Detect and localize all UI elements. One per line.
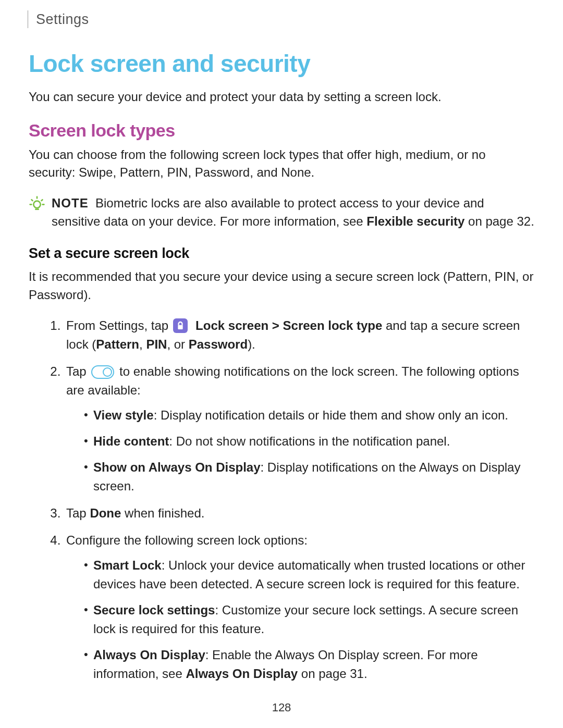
manual-page: Settings Lock screen and security You ca… bbox=[0, 0, 563, 728]
s4o3link: Always On Display bbox=[186, 667, 298, 681]
breadcrumb: Settings bbox=[36, 11, 534, 28]
o3b: Show on Always On Display bbox=[93, 460, 261, 474]
section-heading: Screen lock types bbox=[29, 120, 534, 141]
o1t: : Display notification details or hide t… bbox=[154, 408, 508, 422]
page-number: 128 bbox=[29, 701, 534, 714]
step2-a: Tap bbox=[66, 364, 90, 378]
step1-b: Lock screen bbox=[195, 318, 268, 332]
intro-text: You can secure your device and protect y… bbox=[29, 88, 534, 106]
note-body-b: on page 32. bbox=[464, 214, 534, 228]
lock-icon bbox=[173, 318, 188, 333]
s4o3tb: on page 31. bbox=[298, 667, 367, 681]
step1-d: Screen lock type bbox=[283, 318, 383, 332]
note-block: NOTE Biometric locks are also available … bbox=[29, 194, 534, 231]
step-3: Tap Done when finished. bbox=[64, 504, 534, 523]
step-2: Tap to enable showing notifications on t… bbox=[64, 362, 534, 496]
step1-f: Pattern bbox=[96, 337, 139, 351]
svg-line-2 bbox=[32, 200, 33, 201]
page-title: Lock screen and security bbox=[29, 50, 534, 78]
step1-a: From Settings, tap bbox=[66, 318, 172, 332]
s4o2b: Secure lock settings bbox=[93, 603, 215, 617]
note-label: NOTE bbox=[52, 196, 89, 210]
o1b: View style bbox=[93, 408, 154, 422]
note-text: NOTE Biometric locks are also available … bbox=[52, 194, 534, 231]
step4-options: Smart Lock: Unlock your device automatic… bbox=[66, 556, 534, 683]
o2t: : Do not show notifications in the notif… bbox=[169, 434, 450, 448]
s3c: when finished. bbox=[121, 506, 204, 520]
opt-secure-lock-settings: Secure lock settings: Customize your sec… bbox=[84, 601, 534, 638]
step1-i: , or bbox=[167, 337, 188, 351]
secure-intro: It is recommended that you secure your d… bbox=[29, 268, 534, 304]
opt-always-on-display: Always On Display: Enable the Always On … bbox=[84, 646, 534, 683]
o2b: Hide content bbox=[93, 434, 169, 448]
step1-j: Password bbox=[189, 337, 248, 351]
step2-b: to enable showing notifications on the l… bbox=[66, 364, 519, 397]
step1-h: PIN bbox=[146, 337, 167, 351]
tip-icon bbox=[29, 194, 52, 214]
step-1: From Settings, tap Lock screen > Screen … bbox=[64, 316, 534, 354]
step1-g: , bbox=[139, 337, 146, 351]
svg-point-0 bbox=[33, 201, 40, 208]
svg-rect-7 bbox=[178, 325, 182, 329]
step-4: Configure the following screen lock opti… bbox=[64, 531, 534, 683]
steps-list: From Settings, tap Lock screen > Screen … bbox=[29, 316, 534, 683]
opt-show-aod: Show on Always On Display: Display notif… bbox=[84, 458, 534, 496]
opt-smart-lock: Smart Lock: Unlock your device automatic… bbox=[84, 556, 534, 594]
subsection-heading: Set a secure screen lock bbox=[29, 245, 534, 262]
lock-types-description: You can choose from the following screen… bbox=[29, 146, 534, 182]
step1-k: ). bbox=[248, 337, 255, 351]
s3a: Tap bbox=[66, 506, 90, 520]
step1-c: > bbox=[268, 318, 283, 332]
toggle-on-icon bbox=[91, 365, 114, 379]
step2-options: View style: Display notification details… bbox=[66, 406, 534, 496]
s4a: Configure the following screen lock opti… bbox=[66, 533, 308, 547]
opt-hide-content: Hide content: Do not show notifications … bbox=[84, 432, 534, 451]
s4o3b: Always On Display bbox=[93, 648, 205, 662]
s3b: Done bbox=[90, 506, 121, 520]
note-link: Flexible security bbox=[366, 214, 464, 228]
opt-view-style: View style: Display notification details… bbox=[84, 406, 534, 425]
svg-line-3 bbox=[42, 200, 43, 201]
s4o1b: Smart Lock bbox=[93, 558, 162, 572]
